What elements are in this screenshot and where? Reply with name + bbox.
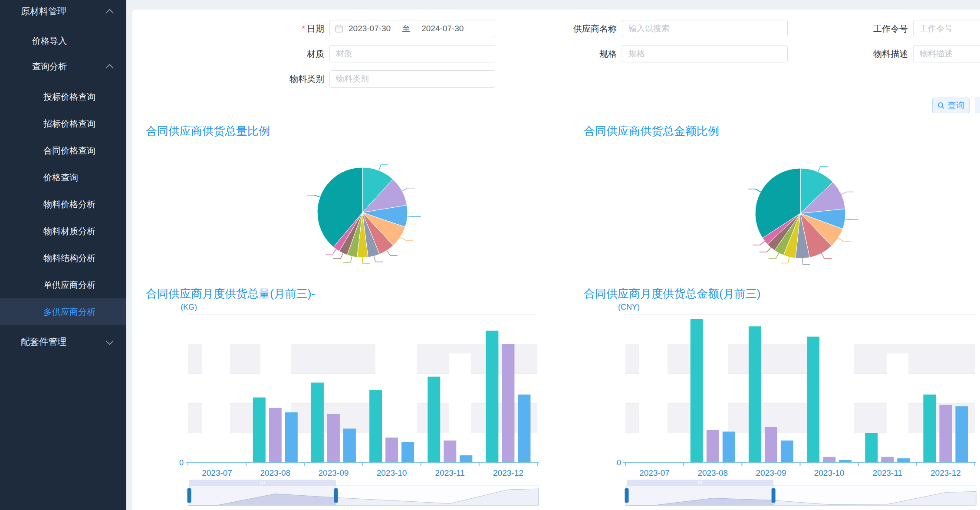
- sidebar-item-label: 原材料管理: [21, 5, 66, 17]
- pie-leader-line: [769, 253, 779, 258]
- material-input[interactable]: [335, 49, 490, 59]
- sidebar-item-label: 价格导入: [32, 35, 67, 47]
- bar-2023-10-s2[interactable]: [823, 457, 835, 463]
- sidebar-item-label: 物料价格分析: [43, 199, 95, 210]
- bar-2023-08-s2[interactable]: [707, 430, 719, 463]
- sidebar: 原材料管理价格导入查询分析投标价格查询招标价格查询合同价格查询价格查询物料价格分…: [0, 0, 126, 510]
- sidebar-item-label: 合同价格查询: [43, 145, 95, 157]
- material-input-wrap: [329, 45, 495, 62]
- y-axis-zero-label: 0: [617, 458, 621, 467]
- work-order-input-wrap: [913, 20, 980, 37]
- x-axis-label: 2023-08: [697, 468, 728, 477]
- bar-2023-11-s3[interactable]: [897, 458, 910, 463]
- bar-2023-08-s3[interactable]: [723, 432, 735, 463]
- pie-leader-line: [802, 258, 810, 265]
- datazoom-selected-range[interactable]: [627, 486, 773, 505]
- date-start-value[interactable]: 2023-07-30: [349, 24, 391, 33]
- bar-2023-12-s2[interactable]: [502, 344, 514, 463]
- sidebar-item-4[interactable]: 投标价格查询: [0, 83, 126, 110]
- filter-supplier: 供应商名称: [558, 20, 788, 37]
- material-desc-input[interactable]: [919, 49, 980, 59]
- sidebar-item-1[interactable]: 原材料管理: [0, 1, 126, 22]
- x-axis-label: 2023-12: [493, 468, 523, 477]
- bar-2023-11-s2[interactable]: [444, 441, 456, 463]
- bar-2023-11-s1[interactable]: [865, 433, 878, 463]
- sidebar-item-label: 物料结构分析: [43, 252, 95, 264]
- date-end-value[interactable]: 2024-07-30: [421, 24, 464, 33]
- pie-leader-line: [822, 253, 832, 258]
- sidebar-item-6[interactable]: 合同价格查询: [0, 137, 126, 164]
- bar-2023-10-s3[interactable]: [839, 460, 852, 463]
- bar-2023-12-s1[interactable]: [486, 331, 498, 463]
- sidebar-item-10[interactable]: 物料结构分析: [0, 245, 126, 271]
- material-desc-label: 物料描述: [848, 48, 908, 60]
- sidebar-item-7[interactable]: 价格查询: [0, 164, 126, 191]
- sidebar-item-12[interactable]: 多供应商分析: [0, 298, 126, 325]
- bar-2023-09-s3[interactable]: [343, 428, 356, 463]
- sidebar-item-3[interactable]: 查询分析: [0, 53, 126, 80]
- bar-2023-12-s2[interactable]: [939, 405, 952, 463]
- pie-leader-line: [333, 253, 343, 259]
- pie-leader-line: [326, 249, 336, 254]
- material-category-input[interactable]: [335, 74, 490, 84]
- supplier-input-wrap: [622, 20, 788, 37]
- bar-2023-12-s3[interactable]: [955, 406, 968, 463]
- x-axis-label: 2023-10: [814, 468, 845, 477]
- bar-2023-09-s2[interactable]: [327, 414, 340, 463]
- pie-leader-line: [780, 257, 789, 263]
- required-asterisk: *: [302, 24, 305, 33]
- secondary-button-clipped[interactable]: [975, 98, 980, 113]
- app-root: 原材料管理价格导入查询分析投标价格查询招标价格查询合同价格查询价格查询物料价格分…: [0, 0, 980, 510]
- pie-chart-total-quantity[interactable]: [243, 143, 486, 273]
- sidebar-item-13[interactable]: 配套件管理: [0, 328, 126, 355]
- pie-leader-line: [402, 188, 414, 191]
- material-category-label: 物料类别: [267, 73, 324, 85]
- bar-2023-08-s3[interactable]: [285, 412, 298, 463]
- pie-leader-line: [408, 216, 421, 217]
- datazoom-handle-right[interactable]: [772, 488, 776, 503]
- datazoom-handle-left[interactable]: [625, 488, 629, 503]
- bar-2023-09-s3[interactable]: [781, 441, 793, 463]
- sidebar-item-11[interactable]: 单供应商分析: [0, 271, 126, 298]
- material-desc-input-wrap: [913, 45, 980, 62]
- datazoom-selected-range[interactable]: [189, 486, 336, 505]
- sidebar-item-8[interactable]: 物料价格分析: [0, 191, 126, 218]
- pie-leader-line: [387, 251, 398, 256]
- calendar-icon: [335, 25, 343, 33]
- search-icon: [937, 102, 945, 109]
- filter-material-desc: 物料描述: [848, 45, 980, 62]
- pie-chart-total-amount[interactable]: [681, 143, 924, 273]
- bar-2023-12-s3[interactable]: [518, 395, 530, 463]
- bar-2023-11-s2[interactable]: [881, 457, 894, 463]
- bar-chart-monthly-amount[interactable]: 02023-072023-082023-092023-102023-112023…: [615, 310, 980, 510]
- bar-2023-12-s1[interactable]: [923, 395, 936, 463]
- sidebar-item-5[interactable]: 招标价格查询: [0, 110, 126, 137]
- bar-2023-11-s1[interactable]: [428, 377, 440, 463]
- bar-2023-09-s1[interactable]: [749, 326, 761, 463]
- bar-2023-08-s1[interactable]: [253, 398, 266, 463]
- bar-2023-10-s1[interactable]: [807, 337, 819, 463]
- spec-input[interactable]: [628, 49, 782, 59]
- bar-2023-10-s2[interactable]: [385, 438, 398, 463]
- bar-2023-10-s1[interactable]: [369, 390, 382, 463]
- bar-2023-09-s2[interactable]: [765, 427, 777, 463]
- sidebar-item-label: 物料材质分析: [43, 226, 95, 237]
- sidebar-item-2[interactable]: 价格导入: [0, 27, 126, 54]
- work-order-label: 工作令号: [848, 23, 908, 35]
- work-order-input[interactable]: [919, 23, 980, 34]
- bar-2023-08-s2[interactable]: [269, 408, 282, 463]
- sidebar-item-label: 配套件管理: [21, 336, 66, 348]
- supplier-input[interactable]: [628, 23, 782, 34]
- datazoom-handle-right[interactable]: [334, 488, 338, 503]
- bar-2023-10-s3[interactable]: [401, 442, 414, 463]
- bar-2023-08-s1[interactable]: [691, 319, 703, 463]
- bar-2023-11-s3[interactable]: [460, 455, 472, 463]
- bar-chart-monthly-quantity[interactable]: 02023-072023-082023-092023-102023-112023…: [178, 310, 547, 510]
- bar-2023-09-s1[interactable]: [311, 382, 324, 463]
- date-range-input[interactable]: 2023-07-30 至 2024-07-30: [329, 20, 495, 37]
- x-axis-label: 2023-07: [639, 468, 670, 477]
- y-axis-zero-label: 0: [179, 458, 184, 467]
- sidebar-item-9[interactable]: 物料材质分析: [0, 218, 126, 245]
- query-button[interactable]: 查询: [932, 98, 970, 113]
- datazoom-handle-left[interactable]: [187, 488, 191, 503]
